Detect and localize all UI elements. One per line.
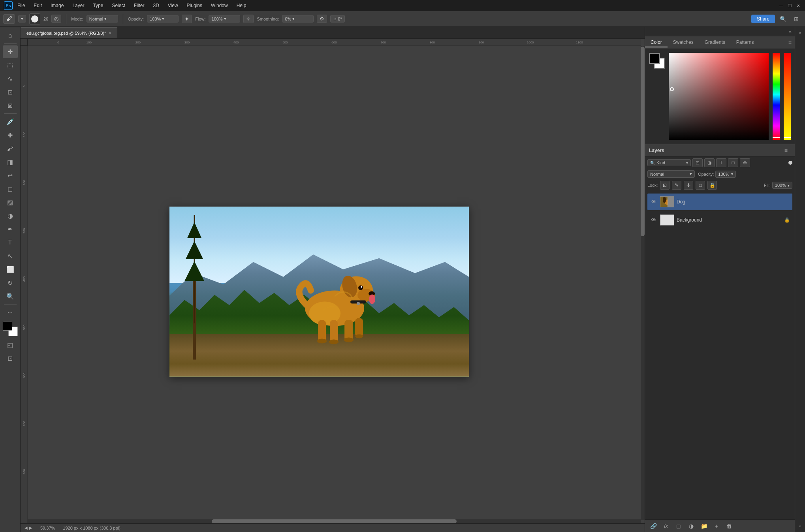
brush-settings-button[interactable]: ▾	[18, 15, 26, 23]
smoothing-select[interactable]: 0% ▾	[282, 15, 314, 23]
filter-toggle-dot[interactable]	[788, 161, 792, 165]
minimize-button[interactable]: —	[778, 3, 784, 8]
opacity-input[interactable]: 100% ▾	[715, 171, 735, 178]
lock-icon-button[interactable]: 🔒	[707, 181, 717, 190]
color-panel-menu-button[interactable]: ≡	[785, 39, 795, 46]
color-picker-gradient[interactable]	[669, 53, 769, 140]
stamp-tool[interactable]: ◨	[3, 156, 18, 168]
mini-collapse-bottom-button[interactable]: »	[796, 522, 805, 530]
lock-artboard-button[interactable]: ✛	[684, 181, 693, 190]
menu-plugins[interactable]: Plugins	[185, 2, 204, 9]
layers-filter-search[interactable]: 🔍 Kind ▾	[647, 159, 691, 166]
scrollbar-horizontal[interactable]	[28, 519, 641, 523]
gradient-tool[interactable]: ▨	[3, 196, 18, 209]
close-button[interactable]: ✕	[796, 3, 801, 8]
selection-tool[interactable]: ⬚	[3, 59, 18, 71]
rotate-tool[interactable]: ↻	[3, 276, 18, 289]
menu-help[interactable]: Help	[235, 2, 248, 9]
fill-input[interactable]: 100% ▾	[772, 182, 792, 189]
tab-gradients[interactable]: Gradients	[699, 38, 731, 47]
new-group-button[interactable]: 📁	[699, 522, 709, 530]
airbrush-button[interactable]: ✦	[182, 15, 192, 23]
layer-visibility-background[interactable]: 👁	[650, 217, 658, 223]
screen-mode-tool[interactable]: ⊡	[3, 352, 18, 365]
layer-visibility-dog[interactable]: 👁	[650, 199, 658, 205]
color-swatches[interactable]	[3, 321, 18, 336]
dodge-tool[interactable]: ◑	[3, 209, 18, 222]
filter-type-button[interactable]: T	[716, 158, 726, 167]
eyedropper-tool[interactable]: 💉	[3, 115, 18, 128]
canvas-content[interactable]	[28, 46, 641, 520]
opacity-select[interactable]: 100% ▾	[147, 15, 179, 23]
mini-collapse-button[interactable]: »	[796, 28, 805, 37]
home-tool[interactable]: ⌂	[3, 29, 18, 42]
add-mask-button[interactable]: ◻	[673, 522, 684, 530]
menu-3d[interactable]: 3D	[151, 2, 160, 9]
brush-options-button[interactable]: ◎	[51, 15, 61, 23]
panel-collapse-button[interactable]: «	[789, 29, 792, 34]
lock-pixels-button[interactable]: ⊡	[660, 181, 670, 190]
brush-tool-button[interactable]: 🖌	[3, 14, 15, 24]
menu-type[interactable]: Type	[91, 2, 105, 9]
smoothing-airbrush-button[interactable]: ✧	[243, 15, 254, 23]
new-fill-layer-button[interactable]: ◑	[686, 522, 696, 530]
quick-mask-tool[interactable]: ◱	[3, 338, 18, 351]
menu-select[interactable]: Select	[110, 2, 126, 9]
zoom-tool[interactable]: 🔍	[3, 290, 18, 303]
filter-smart-button[interactable]: ⊛	[740, 158, 750, 167]
angle-button[interactable]: ⊿ 0°	[330, 15, 345, 23]
menu-file[interactable]: File	[16, 2, 26, 9]
fx-button[interactable]: fx	[661, 522, 671, 530]
filter-pixel-button[interactable]: ⊡	[692, 158, 703, 167]
scroll-right-arrow[interactable]: ▶	[29, 526, 32, 530]
filter-shape-button[interactable]: □	[728, 158, 738, 167]
search-button[interactable]: 🔍	[777, 13, 788, 24]
flow-select[interactable]: 100% ▾	[209, 15, 240, 23]
active-tab[interactable]: edu.gcfglobal.org.psd @ 59.4% (RGB/8)* ✕	[21, 27, 117, 38]
crop-tool[interactable]: ⊠	[3, 99, 18, 112]
pen-tool[interactable]: ✒	[3, 223, 18, 235]
history-brush-tool[interactable]: ↩	[3, 169, 18, 182]
move-tool[interactable]: ✛	[3, 45, 18, 58]
link-layers-button[interactable]: 🔗	[648, 522, 658, 530]
scroll-left-arrow[interactable]: ◀	[24, 526, 28, 530]
healing-tool[interactable]: ✚	[3, 129, 18, 141]
brush-tool[interactable]: 🖌	[3, 142, 18, 155]
lock-position-button[interactable]: ✎	[672, 181, 681, 190]
restore-button[interactable]: ❐	[787, 3, 792, 8]
smoothing-settings-button[interactable]: ⚙	[317, 15, 327, 23]
view-options-button[interactable]: ⊞	[791, 13, 802, 24]
blend-mode-select[interactable]: Normal ▾	[647, 170, 695, 178]
eraser-tool[interactable]: ◻	[3, 182, 18, 195]
color-hue-bar[interactable]	[773, 53, 780, 140]
mode-select[interactable]: Normal ▾	[87, 15, 118, 23]
tab-close-button[interactable]: ✕	[108, 31, 111, 35]
type-tool[interactable]: T	[3, 236, 18, 249]
menu-view[interactable]: View	[166, 2, 180, 9]
path-selection-tool[interactable]: ↖	[3, 250, 18, 262]
layer-row-background[interactable]: 👁 Background 🔒	[647, 212, 792, 228]
share-button[interactable]: Share	[751, 15, 775, 23]
scroll-thumb-h[interactable]	[212, 519, 457, 523]
foreground-color-swatch[interactable]	[649, 53, 660, 64]
menu-edit[interactable]: Edit	[32, 2, 43, 9]
foreground-color-swatch[interactable]	[3, 321, 12, 331]
menu-layer[interactable]: Layer	[71, 2, 86, 9]
delete-layer-button[interactable]: 🗑	[724, 522, 734, 530]
object-selection-tool[interactable]: ⊡	[3, 86, 18, 98]
layers-menu-button[interactable]: ≡	[781, 147, 791, 154]
layer-row-dog[interactable]: 👁 Dog	[647, 194, 792, 210]
menu-filter[interactable]: Filter	[132, 2, 146, 9]
scroll-thumb-v[interactable]	[641, 47, 645, 236]
lasso-tool[interactable]: ∿	[3, 72, 18, 85]
menu-window[interactable]: Window	[209, 2, 229, 9]
scrollbar-vertical[interactable]	[641, 46, 645, 520]
more-tools[interactable]: ···	[3, 306, 18, 319]
rectangle-tool[interactable]: ⬜	[3, 263, 18, 276]
tab-swatches[interactable]: Swatches	[668, 38, 699, 47]
lock-all-button[interactable]: □	[696, 181, 705, 190]
filter-adjustment-button[interactable]: ◑	[704, 158, 715, 167]
tab-color[interactable]: Color	[645, 38, 668, 47]
color-extra-bar[interactable]	[784, 53, 791, 140]
brush-preview[interactable]	[29, 13, 40, 24]
